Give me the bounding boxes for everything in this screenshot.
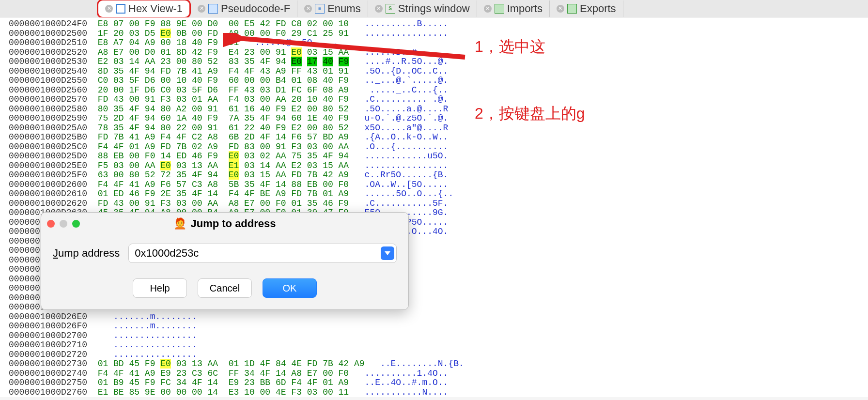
dialog-titlebar[interactable]: 🧑‍🦰 Jump to address xyxy=(41,213,408,235)
pseudocode-icon xyxy=(208,4,218,14)
tab-bar: ✕ Hex View-1 ✕ Pseudocode-F ✕ ≡ Enums ✕ … xyxy=(0,0,868,17)
dialog-title: 🧑‍🦰 Jump to address xyxy=(41,217,408,230)
tab-pseudocode[interactable]: ✕ Pseudocode-F xyxy=(191,0,297,17)
tab-exports[interactable]: ✕ Exports xyxy=(550,0,623,17)
tab-label: Exports xyxy=(580,2,616,15)
exports-icon xyxy=(567,4,577,14)
cancel-button[interactable]: Cancel xyxy=(198,278,252,298)
close-icon[interactable]: ✕ xyxy=(304,5,312,13)
annotation-1: 1，选中这 xyxy=(475,35,585,58)
imports-icon xyxy=(495,4,504,14)
close-icon[interactable]: ✕ xyxy=(105,5,113,13)
jump-address-input[interactable] xyxy=(135,247,381,260)
hex-view-panel[interactable]: 0000001000D24F0 E8 07 00 F9 88 9E 00 D0 … xyxy=(0,17,868,397)
close-icon[interactable]: ✕ xyxy=(557,5,564,13)
tab-label: Strings window xyxy=(398,2,470,15)
dropdown-icon[interactable] xyxy=(381,246,394,260)
tab-label: Enums xyxy=(327,2,360,15)
strings-icon: S xyxy=(386,4,395,14)
enums-icon: ≡ xyxy=(315,4,325,14)
tab-strings[interactable]: ✕ S Strings window xyxy=(368,0,477,17)
jump-address-input-wrap xyxy=(128,244,397,263)
help-button[interactable]: Help xyxy=(133,278,187,298)
ok-button[interactable]: OK xyxy=(263,278,317,298)
close-icon[interactable]: ✕ xyxy=(198,5,205,13)
tab-enums[interactable]: ✕ ≡ Enums xyxy=(297,0,368,17)
tab-label: Hex View-1 xyxy=(128,2,183,15)
svg-marker-2 xyxy=(385,251,390,255)
tab-imports[interactable]: ✕ Imports xyxy=(477,0,550,17)
tab-label: Imports xyxy=(507,2,542,15)
app-icon: 🧑‍🦰 xyxy=(173,217,186,230)
close-icon[interactable]: ✕ xyxy=(484,5,492,13)
hex-icon xyxy=(116,4,125,14)
annotation-2: 2，按键盘上的g xyxy=(475,102,585,125)
jump-to-address-dialog: 🧑‍🦰 Jump to address Jump address Help Ca… xyxy=(41,212,409,310)
tab-hex-view[interactable]: ✕ Hex View-1 xyxy=(97,0,191,18)
annotation-text: 1，选中这 2，按键盘上的g xyxy=(475,35,585,125)
close-icon[interactable]: ✕ xyxy=(375,5,383,13)
jump-address-label: Jump address xyxy=(53,247,120,260)
tab-label: Pseudocode-F xyxy=(221,2,290,15)
